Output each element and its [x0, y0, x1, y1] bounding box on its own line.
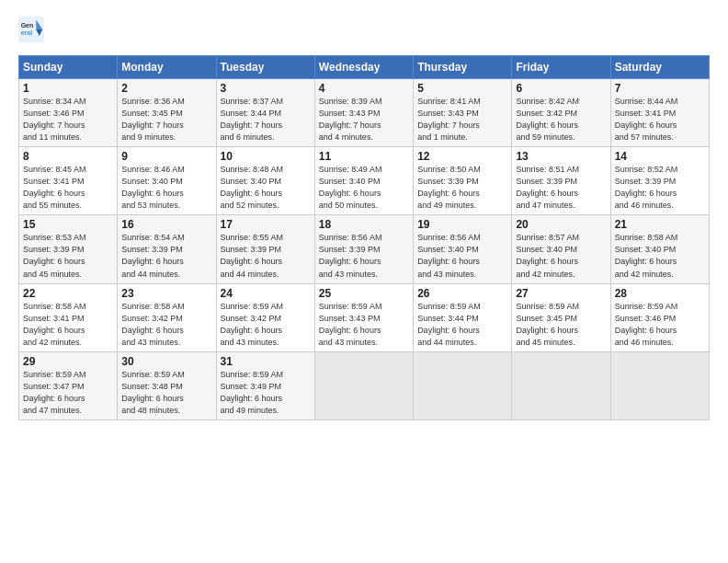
day-info: Sunrise: 8:59 AM Sunset: 3:44 PM Dayligh…	[417, 301, 507, 349]
day-number: 31	[221, 355, 311, 368]
calendar-cell: 29Sunrise: 8:59 AM Sunset: 3:47 PM Dayli…	[19, 351, 118, 419]
day-number: 10	[221, 150, 311, 163]
calendar-cell: 15Sunrise: 8:53 AM Sunset: 3:39 PM Dayli…	[19, 215, 118, 283]
day-number: 27	[516, 287, 606, 300]
day-number: 1	[23, 82, 113, 95]
day-number: 4	[319, 82, 409, 95]
day-info: Sunrise: 8:59 AM Sunset: 3:43 PM Dayligh…	[319, 301, 409, 349]
header-row: SundayMondayTuesdayWednesdayThursdayFrid…	[19, 56, 710, 79]
day-number: 9	[121, 150, 211, 163]
calendar-cell: 2Sunrise: 8:36 AM Sunset: 3:45 PM Daylig…	[118, 79, 216, 147]
day-number: 22	[23, 287, 113, 300]
calendar-cell: 21Sunrise: 8:58 AM Sunset: 3:40 PM Dayli…	[610, 215, 709, 283]
day-info: Sunrise: 8:57 AM Sunset: 3:40 PM Dayligh…	[516, 232, 606, 280]
calendar-cell: 20Sunrise: 8:57 AM Sunset: 3:40 PM Dayli…	[512, 215, 610, 283]
header-day-saturday: Saturday	[610, 56, 709, 79]
day-number: 18	[319, 218, 409, 231]
svg-text:eral: eral	[21, 29, 33, 36]
day-number: 20	[516, 218, 606, 231]
calendar-cell: 31Sunrise: 8:59 AM Sunset: 3:49 PM Dayli…	[216, 351, 314, 419]
day-info: Sunrise: 8:59 AM Sunset: 3:46 PM Dayligh…	[615, 301, 705, 349]
day-info: Sunrise: 8:59 AM Sunset: 3:47 PM Dayligh…	[23, 369, 113, 417]
day-info: Sunrise: 8:42 AM Sunset: 3:42 PM Dayligh…	[516, 96, 606, 144]
day-number: 24	[221, 287, 311, 300]
day-info: Sunrise: 8:36 AM Sunset: 3:45 PM Dayligh…	[121, 96, 211, 144]
calendar-cell: 19Sunrise: 8:56 AM Sunset: 3:40 PM Dayli…	[414, 215, 512, 283]
calendar-cell: 26Sunrise: 8:59 AM Sunset: 3:44 PM Dayli…	[414, 283, 512, 351]
calendar-cell: 27Sunrise: 8:59 AM Sunset: 3:45 PM Dayli…	[512, 283, 610, 351]
day-info: Sunrise: 8:53 AM Sunset: 3:39 PM Dayligh…	[23, 232, 113, 280]
calendar-cell: 14Sunrise: 8:52 AM Sunset: 3:39 PM Dayli…	[610, 147, 709, 215]
day-number: 29	[23, 355, 113, 368]
day-number: 26	[417, 287, 507, 300]
day-info: Sunrise: 8:34 AM Sunset: 3:46 PM Dayligh…	[23, 96, 113, 144]
day-info: Sunrise: 8:46 AM Sunset: 3:40 PM Dayligh…	[121, 164, 211, 212]
calendar-cell: 7Sunrise: 8:44 AM Sunset: 3:41 PM Daylig…	[610, 79, 709, 147]
day-number: 7	[615, 82, 705, 95]
header-day-monday: Monday	[118, 56, 216, 79]
logo-icon: Gen eral	[18, 17, 44, 46]
day-info: Sunrise: 8:39 AM Sunset: 3:43 PM Dayligh…	[319, 96, 409, 144]
calendar-cell: 11Sunrise: 8:49 AM Sunset: 3:40 PM Dayli…	[314, 147, 413, 215]
header-day-thursday: Thursday	[414, 56, 512, 79]
day-info: Sunrise: 8:45 AM Sunset: 3:41 PM Dayligh…	[23, 164, 113, 212]
header-day-wednesday: Wednesday	[314, 56, 413, 79]
calendar-cell: 28Sunrise: 8:59 AM Sunset: 3:46 PM Dayli…	[610, 283, 709, 351]
calendar-cell: 4Sunrise: 8:39 AM Sunset: 3:43 PM Daylig…	[314, 79, 413, 147]
header-day-tuesday: Tuesday	[216, 56, 314, 79]
day-info: Sunrise: 8:59 AM Sunset: 3:42 PM Dayligh…	[221, 301, 311, 349]
calendar-cell: 18Sunrise: 8:56 AM Sunset: 3:39 PM Dayli…	[314, 215, 413, 283]
week-row-3: 15Sunrise: 8:53 AM Sunset: 3:39 PM Dayli…	[19, 215, 710, 283]
logo: Gen eral	[18, 17, 48, 46]
calendar-cell: 6Sunrise: 8:42 AM Sunset: 3:42 PM Daylig…	[512, 79, 610, 147]
calendar-cell: 30Sunrise: 8:59 AM Sunset: 3:48 PM Dayli…	[118, 351, 216, 419]
day-info: Sunrise: 8:56 AM Sunset: 3:39 PM Dayligh…	[319, 232, 409, 280]
calendar-body: 1Sunrise: 8:34 AM Sunset: 3:46 PM Daylig…	[19, 79, 710, 420]
day-number: 2	[121, 82, 211, 95]
day-number: 30	[121, 355, 211, 368]
day-info: Sunrise: 8:44 AM Sunset: 3:41 PM Dayligh…	[615, 96, 705, 144]
day-number: 23	[121, 287, 211, 300]
calendar-cell: 25Sunrise: 8:59 AM Sunset: 3:43 PM Dayli…	[314, 283, 413, 351]
header-day-friday: Friday	[512, 56, 610, 79]
day-info: Sunrise: 8:55 AM Sunset: 3:39 PM Dayligh…	[221, 232, 311, 280]
day-info: Sunrise: 8:50 AM Sunset: 3:39 PM Dayligh…	[417, 164, 507, 212]
day-number: 3	[221, 82, 311, 95]
header-day-sunday: Sunday	[19, 56, 118, 79]
day-number: 16	[121, 218, 211, 231]
day-info: Sunrise: 8:59 AM Sunset: 3:48 PM Dayligh…	[121, 369, 211, 417]
day-number: 15	[23, 218, 113, 231]
day-info: Sunrise: 8:54 AM Sunset: 3:39 PM Dayligh…	[121, 232, 211, 280]
calendar-header: SundayMondayTuesdayWednesdayThursdayFrid…	[19, 56, 710, 79]
day-info: Sunrise: 8:59 AM Sunset: 3:49 PM Dayligh…	[221, 369, 311, 417]
day-info: Sunrise: 8:56 AM Sunset: 3:40 PM Dayligh…	[417, 232, 507, 280]
header: Gen eral	[18, 17, 710, 46]
week-row-5: 29Sunrise: 8:59 AM Sunset: 3:47 PM Dayli…	[19, 351, 710, 419]
day-info: Sunrise: 8:51 AM Sunset: 3:39 PM Dayligh…	[516, 164, 606, 212]
day-info: Sunrise: 8:49 AM Sunset: 3:40 PM Dayligh…	[319, 164, 409, 212]
week-row-4: 22Sunrise: 8:58 AM Sunset: 3:41 PM Dayli…	[19, 283, 710, 351]
day-number: 12	[417, 150, 507, 163]
day-number: 14	[615, 150, 705, 163]
day-info: Sunrise: 8:58 AM Sunset: 3:40 PM Dayligh…	[615, 232, 705, 280]
day-info: Sunrise: 8:58 AM Sunset: 3:42 PM Dayligh…	[121, 301, 211, 349]
calendar-cell: 22Sunrise: 8:58 AM Sunset: 3:41 PM Dayli…	[19, 283, 118, 351]
week-row-1: 1Sunrise: 8:34 AM Sunset: 3:46 PM Daylig…	[19, 79, 710, 147]
day-info: Sunrise: 8:52 AM Sunset: 3:39 PM Dayligh…	[615, 164, 705, 212]
day-info: Sunrise: 8:41 AM Sunset: 3:43 PM Dayligh…	[417, 96, 507, 144]
day-number: 21	[615, 218, 705, 231]
day-number: 25	[319, 287, 409, 300]
calendar-cell: 24Sunrise: 8:59 AM Sunset: 3:42 PM Dayli…	[216, 283, 314, 351]
day-number: 5	[417, 82, 507, 95]
calendar-cell: 12Sunrise: 8:50 AM Sunset: 3:39 PM Dayli…	[414, 147, 512, 215]
day-info: Sunrise: 8:58 AM Sunset: 3:41 PM Dayligh…	[23, 301, 113, 349]
page: Gen eral SundayMondayTuesdayWednesdayThu…	[0, 0, 728, 563]
day-info: Sunrise: 8:59 AM Sunset: 3:45 PM Dayligh…	[516, 301, 606, 349]
calendar-cell: 16Sunrise: 8:54 AM Sunset: 3:39 PM Dayli…	[118, 215, 216, 283]
calendar-table: SundayMondayTuesdayWednesdayThursdayFrid…	[18, 55, 710, 420]
week-row-2: 8Sunrise: 8:45 AM Sunset: 3:41 PM Daylig…	[19, 147, 710, 215]
day-number: 28	[615, 287, 705, 300]
day-number: 13	[516, 150, 606, 163]
day-info: Sunrise: 8:37 AM Sunset: 3:44 PM Dayligh…	[221, 96, 311, 144]
calendar-cell: 13Sunrise: 8:51 AM Sunset: 3:39 PM Dayli…	[512, 147, 610, 215]
